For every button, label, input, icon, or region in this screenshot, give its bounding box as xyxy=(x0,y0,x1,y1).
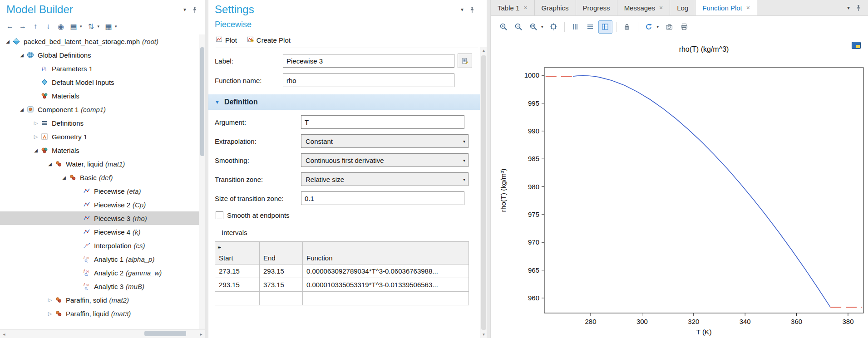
interval-cell[interactable] xyxy=(260,292,303,305)
pin-icon[interactable] xyxy=(192,6,198,13)
rename-label-button[interactable] xyxy=(458,54,472,68)
panel-splitter[interactable] xyxy=(487,0,490,338)
interval-cell[interactable]: 293.15 xyxy=(260,265,303,278)
scroll-right-icon[interactable]: ▸ xyxy=(197,332,205,337)
interval-cell[interactable]: 273.15 xyxy=(215,265,260,278)
tree-expanded-icon[interactable]: ◢ xyxy=(18,53,26,58)
scroll-left-icon[interactable]: ◂ xyxy=(0,332,8,337)
transition-zone-select[interactable]: Relative size ▾ xyxy=(301,172,469,186)
tree-columns-icon[interactable]: ▦ xyxy=(103,21,114,32)
scroll-up-icon[interactable]: ▲ xyxy=(480,49,487,53)
plot-button[interactable]: Plot xyxy=(216,36,237,44)
definition-section-header[interactable]: ▼ Definition xyxy=(208,94,487,110)
refresh-plot-icon[interactable] xyxy=(642,20,656,34)
intervals-table[interactable]: ▸▸StartEndFunction 273.15293.150.0000630… xyxy=(215,241,469,305)
tree-item-analytic-1[interactable]: f(x)Analytic 1(alpha_p) xyxy=(0,252,199,266)
interval-cell[interactable] xyxy=(303,292,469,305)
create-plot-button[interactable]: Create Plot xyxy=(247,36,291,44)
interval-cell[interactable]: 373.15 xyxy=(260,278,303,292)
tree-expanded-icon[interactable]: ◢ xyxy=(18,107,26,112)
zoom-box-icon[interactable] xyxy=(526,20,540,34)
menu-chevron-icon[interactable]: ▾ xyxy=(183,6,186,13)
settings-vertical-scrollbar[interactable]: ▲ ▼ xyxy=(480,47,487,338)
scroll-down-icon[interactable]: ▼ xyxy=(480,333,487,337)
tree-item-water-liquid[interactable]: ◢Water, liquid(mat1) xyxy=(0,157,199,171)
tree-item-analytic-3[interactable]: f(x)Analytic 3(muB) xyxy=(0,279,199,293)
tree-item-parameters-1[interactable]: PiParameters 1 xyxy=(0,62,199,75)
plot-canvas[interactable]: rho(T) (kg/m^3)2803003203403603809609659… xyxy=(491,37,868,338)
tree-collapsed-icon[interactable]: ▷ xyxy=(46,297,54,303)
print-icon[interactable] xyxy=(677,20,691,34)
chevron-down-icon[interactable]: ▾ xyxy=(98,24,100,29)
tree-item-analytic-2[interactable]: f(x)Analytic 2(gamma_w) xyxy=(0,266,199,279)
tree-item-interpolation[interactable]: Interpolation(cs) xyxy=(0,239,199,252)
snapshot-icon[interactable] xyxy=(662,20,676,34)
tree-item-materials[interactable]: ◢Materials xyxy=(0,143,199,157)
interval-row-empty[interactable] xyxy=(215,292,469,305)
tree-expanded-icon[interactable]: ◢ xyxy=(32,148,40,153)
menu-chevron-icon[interactable]: ▾ xyxy=(461,6,464,13)
zoom-in-icon[interactable] xyxy=(496,20,510,34)
tab-close-icon[interactable]: × xyxy=(659,4,663,11)
interval-cell[interactable]: 0.000063092789034*T^3-0.06036763988... xyxy=(303,265,469,278)
tab-messages[interactable]: Messages× xyxy=(617,0,671,15)
tree-collapsed-icon[interactable]: ▷ xyxy=(46,311,54,317)
tree-item-default-model-inputs[interactable]: Default Model Inputs xyxy=(0,75,199,89)
interval-cell[interactable]: 0.000010335053319*T^3-0.01339506563... xyxy=(303,278,469,292)
chevron-down-icon[interactable]: ▾ xyxy=(541,24,543,29)
label-input[interactable] xyxy=(283,54,454,68)
tree-expanded-icon[interactable]: ◢ xyxy=(60,175,68,180)
lock-axes-icon[interactable] xyxy=(620,20,634,34)
tree-item-materials[interactable]: Materials xyxy=(0,89,199,103)
pin-icon[interactable] xyxy=(855,5,862,11)
tree-item-piecewise[interactable]: Piecewise(eta) xyxy=(0,184,199,198)
tab-graphics[interactable]: Graphics xyxy=(535,0,576,15)
tab-table-1[interactable]: Table 1× xyxy=(491,0,535,15)
smoothing-select[interactable]: Continuous first derivative ▾ xyxy=(301,153,469,167)
zoom-extents-icon[interactable] xyxy=(547,20,561,34)
tree-item-geometry-1[interactable]: ▷Geometry 1 xyxy=(0,130,199,143)
tree-item-definitions[interactable]: ▷Definitions xyxy=(0,116,199,130)
back-icon[interactable]: ← xyxy=(5,21,15,32)
interval-cell[interactable]: 293.15 xyxy=(215,278,260,292)
zoom-out-icon[interactable] xyxy=(511,20,525,34)
tab-log[interactable]: Log xyxy=(670,0,695,15)
smooth-at-endpoints-checkbox[interactable] xyxy=(216,211,223,219)
tree-item-global-definitions[interactable]: ◢Global Definitions xyxy=(0,48,199,62)
function-name-input[interactable] xyxy=(283,73,454,87)
tab-progress[interactable]: Progress xyxy=(576,0,617,15)
tab-close-icon[interactable]: × xyxy=(746,4,750,11)
tab-function-plot[interactable]: Function Plot× xyxy=(695,0,757,15)
move-up-icon[interactable]: ↑ xyxy=(30,21,41,32)
tree-item-component-1[interactable]: ◢Component 1(comp1) xyxy=(0,103,199,116)
model-builder-horizontal-scrollbar[interactable]: ◂ ▸ xyxy=(0,329,205,338)
tree-expanded-icon[interactable]: ◢ xyxy=(46,162,54,167)
transition-size-input[interactable] xyxy=(301,191,464,205)
argument-input[interactable] xyxy=(301,115,464,129)
tree-item-piecewise-3[interactable]: Piecewise 3(rho) xyxy=(0,211,199,225)
tree-collapsed-icon[interactable]: ▷ xyxy=(32,134,40,140)
axis-limits-icon[interactable] xyxy=(568,20,582,34)
model-tree-sort-icon[interactable]: ⇅ xyxy=(86,21,97,32)
menu-chevron-icon[interactable]: ▾ xyxy=(847,5,850,11)
extrapolation-select[interactable]: Constant ▾ xyxy=(301,134,469,148)
chevron-down-icon[interactable]: ▾ xyxy=(80,24,82,29)
tree-collapsed-icon[interactable]: ▷ xyxy=(32,120,40,126)
scrollbar-thumb[interactable] xyxy=(144,331,186,336)
tree-expanded-icon[interactable]: ◢ xyxy=(4,39,12,44)
chevron-down-icon[interactable]: ▾ xyxy=(657,24,659,29)
plot-frame-icon[interactable] xyxy=(598,20,612,34)
tree-item-paraffin-liquid[interactable]: ▷Paraffin, liquid(mat3) xyxy=(0,307,199,320)
interval-cell[interactable] xyxy=(215,292,260,305)
collapse-all-icon[interactable]: ▤ xyxy=(68,21,79,32)
plot-window-icon[interactable] xyxy=(852,42,861,51)
show-icon[interactable]: ◉ xyxy=(55,21,66,32)
tree-item-basic[interactable]: ◢Basic(def) xyxy=(0,171,199,184)
scrollbar-track[interactable] xyxy=(8,330,197,338)
scrollbar-thumb[interactable] xyxy=(481,55,486,330)
pin-icon[interactable] xyxy=(469,6,475,13)
model-builder-vertical-scrollbar[interactable] xyxy=(199,34,205,329)
tree-item-packed-bed-latent-heat-storage-mph[interactable]: ◢packed_bed_latent_heat_storage.mph(root… xyxy=(0,34,199,48)
move-down-icon[interactable]: ↓ xyxy=(43,21,54,32)
tree-item-piecewise-2[interactable]: Piecewise 2(Cp) xyxy=(0,198,199,211)
